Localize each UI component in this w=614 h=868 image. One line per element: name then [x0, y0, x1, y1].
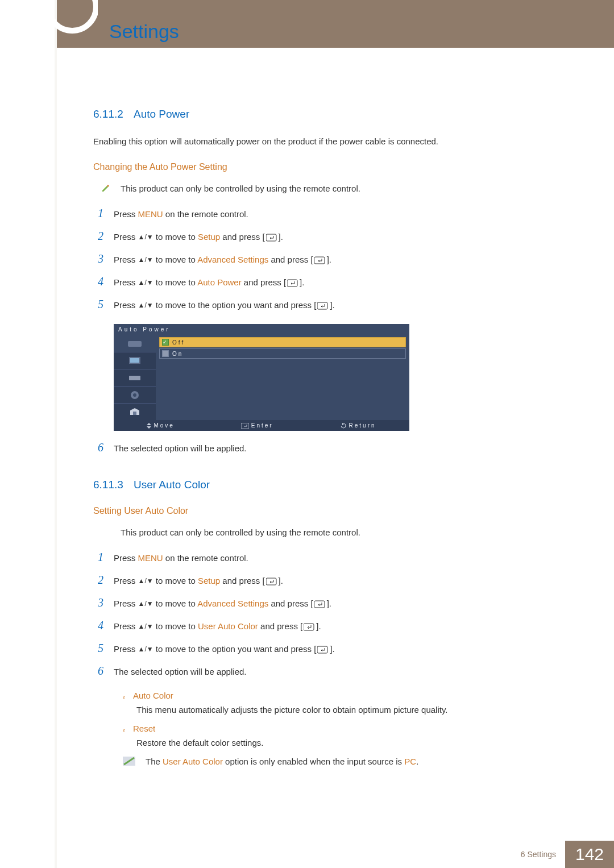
step-number: 4 — [93, 617, 103, 634]
bullet-desc: This menu automatically adjusts the pict… — [136, 705, 567, 715]
footer-page-number: 142 — [565, 841, 614, 868]
step-text: Press ▲/▼ to move to Setup and press []. — [114, 575, 567, 588]
step-text: Press ▲/▼ to move to User Auto Color and… — [114, 620, 567, 633]
check-icon: ✓ — [162, 339, 169, 346]
steps-list: 1 Press MENU on the remote control. 2 Pr… — [93, 205, 567, 313]
step-number: 6 — [93, 439, 103, 456]
enter-icon — [314, 256, 326, 264]
step-text: Press MENU on the remote control. — [114, 208, 567, 221]
svg-rect-13 — [266, 578, 276, 585]
note-text: This product can only be controlled by u… — [121, 528, 360, 537]
info-note: The User Auto Color option is only enabl… — [123, 757, 567, 767]
step-text: Press ▲/▼ to move to Auto Power and pres… — [114, 276, 567, 289]
step-text: Press MENU on the remote control. — [114, 552, 567, 565]
svg-point-10 — [133, 393, 136, 397]
step-number: 1 — [93, 549, 103, 566]
enter-icon — [317, 646, 329, 654]
step-item: 2 Press ▲/▼ to move to Setup and press [… — [93, 571, 567, 588]
svg-rect-8 — [129, 376, 140, 380]
step-number: 1 — [93, 205, 103, 222]
section-title: Auto Power — [134, 108, 189, 120]
svg-point-0 — [48, 0, 96, 31]
step-number: 6 — [93, 662, 103, 679]
step-number: 2 — [93, 227, 103, 244]
left-margin — [0, 0, 57, 868]
osd-footer: Move Enter Return — [114, 420, 409, 431]
enter-icon — [266, 578, 277, 585]
osd-sidebar — [114, 335, 156, 420]
chapter-title: Settings — [109, 20, 179, 43]
subsection-heading: Changing the Auto Power Setting — [93, 162, 567, 172]
section-intro: Enabling this option will automatically … — [93, 135, 567, 147]
svg-rect-1 — [266, 234, 276, 241]
section-number: 6.11.2 — [93, 108, 123, 121]
chapter-number-badge — [47, 0, 98, 34]
svg-rect-7 — [130, 358, 139, 363]
bullet-item: z Auto Color — [123, 691, 567, 700]
step-text: Press ▲/▼ to move to Setup and press []. — [114, 231, 567, 244]
enter-icon — [317, 302, 329, 310]
step-item: 4 Press ▲/▼ to move to Auto Power and pr… — [93, 273, 567, 290]
step-item: 5 Press ▲/▼ to move to the option you wa… — [93, 639, 567, 657]
svg-rect-15 — [304, 624, 314, 630]
section-auto-power: 6.11.2 Auto Power Enabling this option w… — [93, 108, 567, 456]
step-item: 1 Press MENU on the remote control. — [93, 205, 567, 222]
bullet-title: Reset — [133, 724, 155, 733]
osd-title: Auto Power — [114, 324, 409, 335]
checkbox-icon — [162, 350, 169, 357]
step-number: 5 — [93, 639, 103, 657]
left-margin-divider — [55, 0, 57, 868]
osd-option-on: On — [159, 348, 406, 359]
step-text: Press ▲/▼ to move to the option you want… — [114, 299, 567, 312]
svg-rect-14 — [314, 601, 325, 608]
osd-screenshot: Auto Power ✓Off On Move Enter Return — [114, 324, 409, 431]
step-item: 5 Press ▲/▼ to move to the option you wa… — [93, 296, 567, 313]
osd-side-item — [114, 369, 156, 386]
osd-option-off: ✓Off — [159, 337, 406, 347]
pencil-icon — [101, 184, 109, 192]
bullet-desc: Restore the default color settings. — [136, 738, 567, 747]
enter-icon — [304, 623, 315, 631]
osd-hint-return: Return — [340, 422, 376, 429]
step-number: 2 — [93, 571, 103, 588]
osd-options: ✓Off On — [156, 335, 409, 420]
step-text: Press ▲/▼ to move to Advanced Settings a… — [114, 254, 567, 267]
section-heading: 6.11.3 User Auto Color — [93, 479, 567, 491]
bullet-item: z Reset — [123, 724, 567, 733]
step-item: 3 Press ▲/▼ to move to Advanced Settings… — [93, 594, 567, 611]
steps-list: 1 Press MENU on the remote control. 2 Pr… — [93, 549, 567, 679]
svg-rect-11 — [133, 412, 136, 415]
step-text: The selected option will be applied. — [114, 666, 567, 679]
svg-rect-16 — [317, 646, 327, 653]
osd-side-item — [114, 386, 156, 403]
enter-icon — [287, 279, 298, 287]
bullet-title: Auto Color — [133, 691, 173, 700]
step-number: 3 — [93, 594, 103, 611]
step-number: 3 — [93, 250, 103, 267]
step-item: 3 Press ▲/▼ to move to Advanced Settings… — [93, 250, 567, 267]
remote-control-note: This product can only be controlled by u… — [101, 528, 567, 537]
svg-rect-3 — [287, 280, 297, 286]
step-item: 4 Press ▲/▼ to move to User Auto Color a… — [93, 617, 567, 634]
step-item: 6 The selected option will be applied. — [93, 439, 567, 456]
section-heading: 6.11.2 Auto Power — [93, 108, 567, 121]
page-footer: 6 Settings 142 — [57, 841, 614, 868]
steps-list-cont: 6 The selected option will be applied. — [93, 439, 567, 456]
section-title: User Auto Color — [134, 479, 210, 491]
osd-side-item — [114, 352, 156, 369]
enter-icon — [314, 600, 326, 608]
osd-hint-move: Move — [147, 422, 174, 429]
note-flag-icon — [123, 757, 135, 767]
section-number: 6.11.3 — [93, 479, 123, 491]
step-text: Press ▲/▼ to move to the option you want… — [114, 643, 567, 656]
option-descriptions: z Auto Color This menu automatically adj… — [123, 691, 567, 747]
svg-rect-2 — [314, 257, 325, 264]
step-item: 6 The selected option will be applied. — [93, 662, 567, 679]
svg-rect-12 — [241, 423, 249, 429]
info-text: The User Auto Color option is only enabl… — [146, 757, 418, 766]
page-content: 6.11.2 Auto Power Enabling this option w… — [93, 108, 567, 790]
osd-side-item — [114, 335, 156, 352]
svg-rect-5 — [128, 341, 142, 347]
enter-icon — [266, 234, 277, 242]
step-number: 5 — [93, 296, 103, 313]
